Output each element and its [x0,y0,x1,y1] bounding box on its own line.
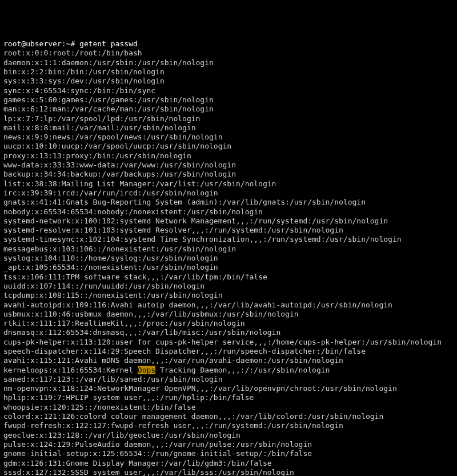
output-line: avahi:x:115:121:Avahi mDNS daemon,,,:/va… [3,356,454,365]
output-line: root:x:0:0:root:/root:/bin/bash [3,49,454,58]
output-line: daemon:x:1:1:daemon:/usr/sbin:/usr/sbin/… [3,58,454,67]
output-line: uuidd:x:107:114::/run/uuidd:/usr/sbin/no… [3,282,454,291]
output-line: whoopsie:x:120:125::/nonexistent:/bin/fa… [3,403,454,412]
output-line: systemd-timesync:x:102:104:systemd Time … [3,235,454,244]
output-line: uucp:x:10:10:uucp:/var/spool/uucp:/usr/s… [3,142,454,151]
output-line: sync:x:4:65534:sync:/bin:/bin/sync [3,86,454,95]
output-line: syslog:x:104:110::/home/syslog:/usr/sbin… [3,254,454,263]
output-line: colord:x:121:126:colord colour managemen… [3,412,454,421]
terminal-window[interactable]: root@ubserver:~# getent passwdroot:x:0:0… [3,39,454,476]
output-line: hplip:x:119:7:HPLIP system user,,,:/run/… [3,393,454,402]
output-line: gnats:x:41:41:Gnats Bug-Reporting System… [3,198,454,207]
output-line: systemd-resolve:x:101:103:systemd Resolv… [3,226,454,235]
output-line: mail:x:8:8:mail:/var/mail:/usr/sbin/nolo… [3,123,454,133]
output-line: news:x:9:9:news:/var/spool/news:/usr/sbi… [3,133,454,142]
output-line: sys:x:3:3:sys:/dev:/usr/sbin/nologin [3,77,454,86]
output-line: rtkit:x:111:117:RealtimeKit,,,:/proc:/us… [3,319,454,328]
output-line: saned:x:117:123::/var/lib/saned:/usr/sbi… [3,375,454,384]
output-line: games:x:5:60:games:/usr/games:/usr/sbin/… [3,95,454,105]
shell-prompt: root@ubserver:~# [3,39,79,48]
output-line: geoclue:x:123:128::/var/lib/geoclue:/usr… [3,431,454,440]
output-line: irc:x:39:39:ircd:/var/run/ircd:/usr/sbin… [3,189,454,198]
output-line: messagebus:x:103:106::/nonexistent:/usr/… [3,245,454,254]
output-line: tss:x:106:111:TPM software stack,,,:/var… [3,273,454,282]
output-line: systemd-network:x:100:102:systemd Networ… [3,217,454,226]
output-line: fwupd-refresh:x:122:127:fwupd-refresh us… [3,421,454,430]
output-line: lp:x:7:7:lp:/var/spool/lpd:/usr/sbin/nol… [3,114,454,123]
output-line: proxy:x:13:13:proxy:/bin:/usr/sbin/nolog… [3,151,454,161]
output-line: avahi-autoipd:x:109:116:Avahi autoip dae… [3,301,454,310]
output-line: nobody:x:65534:65534:nobody:/nonexistent… [3,207,454,217]
output-line: sssd:x:127:132:SSSD system user,,,:/var/… [3,468,454,476]
output-line: backup:x:34:34:backup:/var/backups:/usr/… [3,170,454,179]
output-line: cups-pk-helper:x:113:120:user for cups-p… [3,338,454,347]
output-line: man:x:6:12:man:/var/cache/man:/usr/sbin/… [3,105,454,114]
output-line: list:x:38:38:Mailing List Manager:/var/l… [3,179,454,189]
output-line: gdm:x:126:131:Gnome Display Manager:/var… [3,459,454,468]
output-line: dnsmasq:x:112:65534:dnsmasq,,,:/var/lib/… [3,328,454,337]
output-line: pulse:x:124:129:PulseAudio daemon,,,:/va… [3,440,454,449]
search-highlight: Oops [138,366,155,374]
output-line: speech-dispatcher:x:114:29:Speech Dispat… [3,347,454,356]
output-line: nm-openvpn:x:118:124:NetworkManager Open… [3,384,454,393]
output-line: tcpdump:x:108:115::/nonexistent:/usr/sbi… [3,291,454,300]
output-line: www-data:x:33:33:www-data:/var/www:/usr/… [3,161,454,170]
output-line: _apt:x:105:65534::/nonexistent:/usr/sbin… [3,263,454,272]
command-line: root@ubserver:~# getent passwd [3,39,454,49]
output-line: gnome-initial-setup:x:125:65534::/run/gn… [3,449,454,458]
output-line: kerneloops:x:116:65534:Kernel Oops Track… [3,366,454,375]
output-line: usbmux:x:110:46:usbmux daemon,,,:/var/li… [3,310,454,319]
typed-command: getent passwd [79,39,138,48]
output-line: bin:x:2:2:bin:/bin:/usr/sbin/nologin [3,67,454,77]
